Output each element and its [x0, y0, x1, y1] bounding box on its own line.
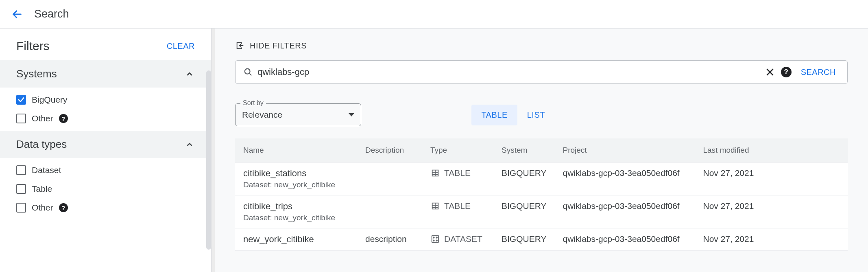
help-icon: ?: [781, 67, 792, 77]
table-row[interactable]: new_york_citibikedescriptionDATASETBIGQU…: [235, 228, 848, 251]
type-label: TABLE: [444, 201, 471, 211]
help-icon[interactable]: ?: [59, 203, 68, 212]
cell-last-modified: Nov 27, 2021: [695, 162, 848, 195]
caret-down-icon: [349, 113, 354, 116]
cell-type: DATASET: [422, 228, 493, 251]
svg-rect-5: [432, 236, 439, 243]
filter-option-other-datatypes[interactable]: Other ?: [16, 203, 195, 213]
checkbox[interactable]: [16, 184, 26, 194]
column-last-modified[interactable]: Last modified: [695, 138, 848, 162]
filter-option-label: Other: [32, 203, 53, 213]
view-toggle: TABLE LIST: [471, 105, 555, 125]
table-icon: [430, 168, 440, 178]
sort-by-select[interactable]: Sort by Relevance: [235, 103, 361, 126]
table-icon: [430, 201, 440, 211]
type-label: TABLE: [444, 168, 471, 178]
scrollbar[interactable]: [206, 70, 211, 250]
header: Search: [0, 0, 868, 29]
clear-filters-button[interactable]: CLEAR: [167, 42, 195, 51]
cell-description: [357, 195, 422, 228]
results-table: Name Description Type System Project Las…: [235, 138, 848, 251]
cell-project: qwiklabs-gcp-03-3ea050edf06f: [554, 162, 695, 195]
checkbox[interactable]: [16, 95, 26, 105]
table-header-row: Name Description Type System Project Las…: [235, 138, 848, 162]
checkbox[interactable]: [16, 165, 26, 175]
column-project[interactable]: Project: [554, 138, 695, 162]
hide-filters-button[interactable]: HIDE FILTERS: [235, 41, 848, 50]
checkbox[interactable]: [16, 114, 26, 123]
row-subtitle: Dataset: new_york_citibike: [243, 180, 349, 189]
search-bar: ? SEARCH: [235, 60, 848, 84]
cell-description: [357, 162, 422, 195]
filter-option-label: Table: [32, 184, 52, 194]
filter-section-systems: Systems BigQuery: [0, 60, 211, 131]
filter-options: Dataset Table Other ?: [0, 158, 211, 220]
view-toggle-list[interactable]: LIST: [517, 105, 555, 125]
filter-option-other-systems[interactable]: Other ?: [16, 114, 195, 123]
column-description[interactable]: Description: [357, 138, 422, 162]
filter-option-label: Other: [32, 114, 53, 123]
cell-system: BIGQUERY: [493, 228, 554, 251]
body: Filters CLEAR Systems BigQuery: [0, 29, 868, 272]
help-icon[interactable]: ?: [59, 114, 68, 123]
row-name: new_york_citibike: [243, 234, 349, 245]
cell-type: TABLE: [422, 162, 493, 195]
dataset-icon: [430, 234, 440, 244]
page-title: Search: [34, 8, 69, 20]
filter-option-label: Dataset: [32, 165, 61, 175]
filter-option-label: BigQuery: [32, 95, 68, 105]
cell-type: TABLE: [422, 195, 493, 228]
search-input[interactable]: [257, 61, 762, 83]
cell-system: BIGQUERY: [493, 195, 554, 228]
filter-options: BigQuery Other ?: [0, 88, 211, 131]
svg-point-1: [245, 69, 250, 74]
filter-option-table[interactable]: Table: [16, 184, 195, 194]
column-name[interactable]: Name: [235, 138, 357, 162]
cell-name: citibike_stationsDataset: new_york_citib…: [235, 162, 357, 195]
filters-sidebar: Filters CLEAR Systems BigQuery: [0, 29, 212, 272]
cell-last-modified: Nov 27, 2021: [695, 195, 848, 228]
filter-section-title: Data types: [16, 138, 67, 151]
column-system[interactable]: System: [493, 138, 554, 162]
table-row[interactable]: citibike_tripsDataset: new_york_citibike…: [235, 195, 848, 228]
filter-section-title: Systems: [16, 68, 57, 80]
controls-row: Sort by Relevance TABLE LIST: [235, 103, 848, 126]
type-label: DATASET: [444, 234, 482, 244]
row-name: citibike_trips: [243, 201, 349, 212]
search-help-button[interactable]: ?: [778, 61, 794, 83]
sort-by-label: Sort by: [240, 99, 266, 107]
filters-header: Filters CLEAR: [0, 32, 211, 60]
svg-line-2: [249, 73, 252, 76]
cell-last-modified: Nov 27, 2021: [695, 228, 848, 251]
clear-search-button[interactable]: [762, 61, 778, 83]
view-toggle-table[interactable]: TABLE: [471, 105, 517, 125]
filters-title: Filters: [16, 39, 50, 53]
table-row[interactable]: citibike_stationsDataset: new_york_citib…: [235, 162, 848, 195]
sort-by-value: Relevance: [242, 110, 349, 120]
chevron-up-icon: [184, 139, 195, 150]
checkbox[interactable]: [16, 203, 26, 213]
cell-project: qwiklabs-gcp-03-3ea050edf06f: [554, 195, 695, 228]
svg-point-8: [433, 240, 434, 241]
filter-option-dataset[interactable]: Dataset: [16, 165, 195, 175]
search-button[interactable]: SEARCH: [794, 61, 842, 83]
chevron-up-icon: [184, 69, 195, 79]
row-name: citibike_stations: [243, 168, 349, 179]
back-arrow-icon[interactable]: [11, 9, 23, 20]
panel-collapse-icon: [235, 41, 245, 50]
cell-name: new_york_citibike: [235, 228, 357, 251]
cell-description: description: [357, 228, 422, 251]
hide-filters-label: HIDE FILTERS: [250, 41, 307, 50]
filter-section-header-systems[interactable]: Systems: [0, 60, 211, 88]
svg-point-6: [433, 237, 434, 238]
search-icon: [243, 61, 253, 83]
column-type[interactable]: Type: [422, 138, 493, 162]
main-content: HIDE FILTERS ? SEARCH Sort by Relevanc: [212, 29, 868, 272]
svg-point-9: [436, 240, 437, 241]
row-subtitle: Dataset: new_york_citibike: [243, 213, 349, 222]
filter-section-datatypes: Data types Dataset: [0, 131, 211, 220]
filter-section-header-datatypes[interactable]: Data types: [0, 131, 211, 158]
filter-option-bigquery[interactable]: BigQuery: [16, 95, 195, 105]
svg-point-7: [436, 237, 437, 238]
cell-name: citibike_tripsDataset: new_york_citibike: [235, 195, 357, 228]
